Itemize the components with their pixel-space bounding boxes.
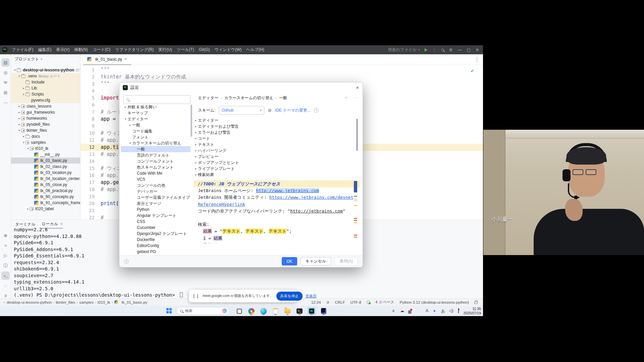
project-panel-header[interactable]: プロジェクト▾ [14, 56, 42, 62]
menu-item[interactable]: 編集(E) [36, 46, 54, 53]
tab-options-icon[interactable]: ⋮ [474, 56, 480, 63]
settings-nav-item[interactable]: gettext PO [121, 249, 191, 255]
terminal-tab-close-icon[interactable]: ✕ [60, 222, 63, 226]
breadcrumb-item[interactable]: tkinter_files [56, 300, 75, 304]
chevron-right-icon[interactable]: ▸ [17, 111, 21, 114]
more-tools-icon[interactable]: ⋯ [1, 99, 10, 107]
chevron-down-icon[interactable]: ▾ [26, 147, 30, 150]
tree-item[interactable]: ▾tkinter_files [11, 127, 80, 133]
tree-item[interactable]: ▾samples [11, 139, 80, 145]
tree-item[interactable]: pyvenv.cfg [11, 97, 80, 103]
chevron-right-icon[interactable]: ▸ [194, 155, 198, 158]
chevron-right-icon[interactable]: ▸ [194, 161, 198, 164]
chevron-right-icon[interactable]: ▸ [194, 137, 198, 140]
settings-nav-item[interactable]: ▾エディター [121, 116, 191, 122]
notifications-icon[interactable]: ◌ [1, 282, 10, 290]
file-encoding[interactable]: UTF-8 [351, 300, 362, 304]
scheme-attribute-item[interactable]: ▸エラーおよび警告 [194, 129, 355, 135]
settings-nav-item[interactable]: Cucumber [121, 225, 191, 231]
breadcrumb-item[interactable]: t010_tk [98, 300, 110, 304]
tree-item[interactable]: ▸docs [11, 133, 80, 139]
chevron-down-icon[interactable]: ▾ [128, 141, 132, 145]
terminal-taskbar-icon[interactable]: >_ [295, 307, 304, 315]
explorer-taskbar-icon[interactable] [283, 307, 292, 315]
settings-nav-item[interactable]: ▾カラースキームの切り替え [121, 140, 191, 146]
chevron-right-icon[interactable]: ▸ [22, 86, 25, 90]
chevron-right-icon[interactable]: ▸ [194, 119, 198, 122]
chevron-right-icon[interactable]: ▸ [17, 105, 21, 108]
ide-theme-link[interactable]: IDE テーマの変更... [275, 108, 311, 113]
settings-nav-item[interactable]: 色スキームフォント [121, 164, 191, 170]
settings-nav-item[interactable]: コード編集 [121, 128, 191, 134]
settings-search-input[interactable] [123, 95, 191, 104]
line-separator[interactable]: CRLF [335, 300, 345, 304]
tree-item[interactable]: tk_05_close.py [11, 182, 80, 188]
inspections-ok-icon[interactable]: ✔ [471, 68, 474, 73]
cancel-button[interactable]: キャンセル [301, 257, 331, 265]
menu-item[interactable]: コード(C) [90, 46, 113, 53]
scheme-attribute-item[interactable]: ▸テキスト [194, 141, 355, 147]
hide-banner-link[interactable]: 非表示 [306, 294, 317, 299]
python-interpreter[interactable]: Python 3.12 (desktop-ui-lessons-python) [400, 300, 469, 304]
tree-item[interactable]: ▸homeworks [11, 115, 80, 121]
run-icon[interactable]: ▷ [1, 251, 10, 260]
chevron-right-icon[interactable]: ▸ [22, 93, 25, 96]
settings-nav-item[interactable]: コンソールの色 [121, 182, 191, 188]
task-view-taskbar-icon[interactable] [235, 307, 244, 315]
more-actions-icon[interactable]: ⋮ [432, 48, 436, 52]
readonly-lock-icon[interactable] [474, 302, 478, 304]
menu-item[interactable]: リファクタリング(R) [113, 46, 156, 53]
tree-item[interactable]: ▾.venvlibrary ルート [11, 73, 80, 79]
obsidian-taskbar-icon[interactable] [319, 307, 328, 315]
tree-item[interactable]: ▸Lib [11, 85, 80, 91]
help-circle-icon[interactable]: ? [314, 108, 319, 113]
chevron-right-icon[interactable]: ▸ [194, 131, 198, 134]
pycharm-taskbar-icon[interactable]: PC [307, 307, 316, 315]
tree-item[interactable]: ▸class_lessons [11, 103, 80, 109]
run-button[interactable] [425, 48, 427, 52]
project-folder-icon[interactable]: ▤ [1, 58, 10, 67]
tree-item[interactable]: ▾desktop-ui-lessons-pythonD:¥projects¥le [11, 67, 80, 73]
tree-item[interactable]: ▸Scripts [11, 91, 80, 97]
updates-icon[interactable]: ▦ [408, 309, 412, 314]
chrome-taskbar-icon[interactable] [247, 307, 256, 315]
settings-nav-item[interactable]: フォント [121, 134, 191, 140]
breadcrumb-item[interactable]: tk_01_basic.py [121, 300, 147, 304]
tree-item[interactable]: ▾t010_tk [11, 145, 80, 152]
code-with-me-icon[interactable] [367, 301, 370, 304]
settings-breadcrumb-item[interactable]: 一般 [279, 95, 287, 101]
search-everywhere-icon[interactable] [441, 49, 444, 51]
caret-position[interactable]: 12:24 [311, 300, 321, 304]
tree-item[interactable]: tk_02_class.py [11, 164, 80, 170]
chevron-right-icon[interactable]: ▸ [128, 123, 132, 127]
chevron-right-icon[interactable]: ▸ [17, 117, 21, 120]
chevron-down-icon[interactable]: ▾ [13, 68, 17, 72]
settings-nav-item[interactable]: 差分とマージ [121, 200, 191, 206]
breadcrumb-item[interactable]: desktop-ui-lessons-python [7, 300, 52, 304]
settings-nav-item[interactable]: Python [121, 206, 191, 213]
services-icon[interactable]: ≈ [1, 241, 10, 250]
settings-nav-item[interactable]: CSS [121, 219, 191, 225]
chevron-right-icon[interactable]: ▸ [194, 125, 198, 128]
tree-item[interactable]: tk_04_location_center.py [11, 176, 80, 182]
chevron-right-icon[interactable]: ▸ [123, 105, 127, 109]
chevron-down-icon[interactable]: ▾ [22, 141, 25, 144]
chevron-right-icon[interactable]: ▸ [17, 123, 21, 126]
settings-nav-item[interactable]: Django/Jinja2 テンプレート [121, 231, 191, 237]
scheme-attribute-item[interactable]: ▸検索結果 [194, 172, 355, 178]
menu-item[interactable]: ウィンドウ(W) [212, 46, 244, 53]
menu-item[interactable]: 表示(V) [54, 46, 72, 53]
dialog-close-icon[interactable]: ✕ [356, 85, 359, 90]
scheme-attribute-item[interactable]: ▸コード [194, 135, 355, 141]
tree-item[interactable]: ▸t020_label [11, 206, 80, 212]
settings-nav-item[interactable]: Angular テンプレート [121, 213, 191, 219]
settings-nav-item[interactable]: Dockerfile [121, 237, 191, 243]
settings-nav-item[interactable]: ユーザー定義ファイルタイプ [121, 194, 191, 200]
indent-style[interactable]: 4 スペース [375, 300, 394, 305]
commit-icon[interactable]: ◎ [1, 68, 10, 77]
taskbar-clock[interactable]: 11:35 2025/07/19 [463, 307, 481, 315]
terminal-prompt[interactable]: (.venv) PS D:\projects\lessons\desktop-u… [14, 292, 183, 299]
ime-mode-icon[interactable]: A [424, 308, 430, 313]
battery-icon[interactable] [455, 308, 462, 313]
menu-item[interactable]: ファイル(F) [9, 46, 36, 53]
